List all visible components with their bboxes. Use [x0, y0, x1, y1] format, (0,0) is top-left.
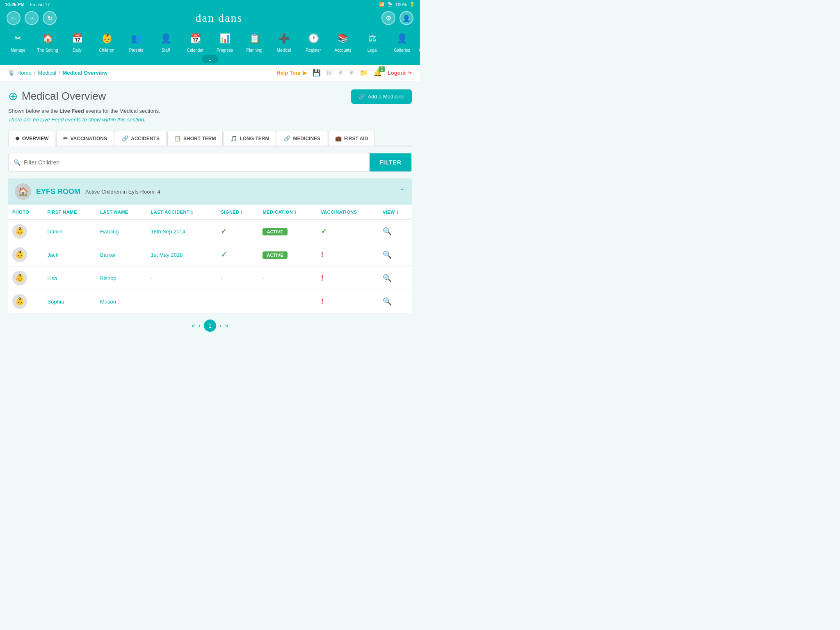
nav-icon-planning[interactable]: 📋 Planning — [243, 31, 265, 52]
nav-icon-label-progress: Progress — [217, 48, 233, 52]
cell-signed-3: - — [217, 267, 258, 290]
live-feed-description: Shown below are the Live Feed events for… — [8, 108, 412, 114]
icon-nav-bar: ⚙ System ✂ Manage 🏠 The Setting 📅 Daily … — [0, 27, 420, 55]
nav-icon-register[interactable]: 🕐 Register — [302, 31, 324, 52]
nav-icon-medical[interactable]: ➕ Medical — [273, 31, 295, 52]
nav-icon-calendar[interactable]: 📆 Calendar — [184, 31, 206, 52]
nav-icon-label-staff: Staff — [162, 48, 170, 52]
filter-input[interactable] — [24, 159, 365, 166]
tab-accidents[interactable]: 🔗 ACCIDENTS — [115, 131, 167, 146]
tab-overview[interactable]: ⊕ OVERVIEW — [8, 131, 55, 146]
nav-icon-symbol-the-setting: 🏠 — [40, 31, 55, 46]
cell-view-2[interactable]: 🔍 — [379, 243, 412, 267]
tab-short-term[interactable]: 📋 SHORT TERM — [167, 131, 223, 146]
nav-icon-children[interactable]: 👶 Children — [96, 31, 118, 52]
folder-icon[interactable]: 📁 — [360, 69, 368, 77]
cell-view-4[interactable]: 🔍 — [379, 290, 412, 313]
cell-vaccinations-3: ! — [317, 267, 379, 290]
nav-icon-the-setting[interactable]: 🏠 The Setting — [37, 31, 59, 52]
dropdown-arrow-button[interactable]: ⌄ — [202, 55, 218, 63]
cell-vaccinations-4: ! — [317, 290, 379, 313]
forward-button[interactable]: → — [25, 11, 39, 25]
room-collapse-button[interactable]: ⌃ — [399, 187, 405, 196]
settings-icon[interactable]: ✳ — [349, 69, 354, 77]
nav-icon-legal[interactable]: ⚖ Legal — [361, 31, 383, 52]
nav-icon-label-manage: Manage — [11, 48, 25, 52]
col-photo: PHOTO — [8, 205, 43, 220]
room-header: 🏠 EYFS ROOM Active Children in Eyfs Room… — [8, 178, 412, 205]
breadcrumb-home[interactable]: Home — [17, 70, 32, 76]
star-icon[interactable]: ✳ — [338, 69, 343, 77]
table-head: PHOTO FIRST NAME LAST NAME LAST ACCIDENT… — [8, 205, 412, 220]
nav-icon-galleries[interactable]: 👤 Galleries — [391, 31, 413, 52]
cell-view-3[interactable]: 🔍 — [379, 267, 412, 290]
settings-button[interactable]: ⚙ — [381, 11, 395, 25]
add-medicine-button[interactable]: 🔗 Add a Medicine — [351, 89, 412, 104]
col-medication: MEDICATION ℹ — [258, 205, 317, 220]
view-button-2[interactable]: 🔍 — [383, 251, 392, 259]
tab-icon-first-aid: 💼 — [335, 135, 342, 142]
add-medicine-icon: 🔗 — [358, 94, 365, 100]
child-photo-1: 👶 — [12, 224, 27, 239]
vaccinations-exclaim-2: ! — [321, 251, 323, 259]
nav-icon-parents[interactable]: 👥 Parents — [125, 31, 147, 52]
cell-lastname-4: Mason — [96, 290, 146, 313]
tab-first-aid[interactable]: 💼 FIRST AID — [328, 131, 375, 146]
nav-icon-label-the-setting: The Setting — [37, 48, 58, 52]
save-icon[interactable]: 💾 — [313, 69, 321, 77]
prev-page-button[interactable]: ‹ — [199, 322, 201, 329]
tab-long-term[interactable]: 🎵 LONG TERM — [224, 131, 276, 146]
cell-view-1[interactable]: 🔍 — [379, 220, 412, 243]
filter-bar: 🔍 FILTER — [8, 153, 412, 172]
nav-icon-staff[interactable]: 👤 Staff — [155, 31, 177, 52]
last-page-button[interactable]: » — [225, 322, 228, 329]
nav-icon-accounts[interactable]: 📚 Accounts — [332, 31, 354, 52]
breadcrumb-wifi-icon: 📡 — [8, 70, 15, 76]
tab-medicines[interactable]: 🔗 MEDICINES — [277, 131, 327, 146]
refresh-button[interactable]: ↻ — [43, 11, 57, 25]
vaccinations-exclaim-4: ! — [321, 297, 323, 306]
nav-icon-daily[interactable]: 📅 Daily — [66, 31, 88, 52]
user-button[interactable]: 👤 — [399, 11, 413, 25]
signed-check-2: ✓ — [221, 251, 227, 259]
wifi-icon: 📡 — [387, 2, 393, 7]
logout-button[interactable]: Logout ↪ — [388, 70, 412, 76]
tab-label-short-term: SHORT TERM — [183, 136, 216, 142]
child-photo-3: 👶 — [12, 271, 27, 285]
next-page-button[interactable]: › — [219, 322, 221, 329]
share-icon[interactable]: ⊞ — [326, 69, 332, 77]
nav-icon-label-register: Register — [306, 48, 321, 52]
breadcrumb-section[interactable]: Medical — [38, 70, 56, 76]
tab-icon-short-term: 📋 — [174, 135, 181, 142]
filter-button[interactable]: FILTER — [370, 153, 411, 171]
room-section: 🏠 EYFS ROOM Active Children in Eyfs Room… — [8, 178, 412, 313]
view-button-4[interactable]: 🔍 — [383, 297, 392, 306]
nav-icon-manage[interactable]: ✂ Manage — [7, 31, 29, 52]
cell-vaccinations-2: ! — [317, 243, 379, 267]
nav-icon-symbol-accounts: 📚 — [335, 31, 351, 46]
cell-medication-1: ACTIVE — [258, 220, 317, 243]
app-title-container: dan dans — [57, 11, 381, 25]
cell-lastname-2: Barker — [96, 243, 146, 267]
back-button[interactable]: ← — [7, 11, 21, 25]
table-row: 👶 Sophia Mason - - - ! 🔍 — [8, 290, 412, 313]
tab-label-accidents: ACCIDENTS — [131, 136, 160, 142]
accident-date-2: 1st May 2018 — [151, 252, 183, 258]
bell-icon[interactable]: 🔔 1 — [374, 69, 382, 77]
nav-icon-label-communicate: Communicate — [419, 48, 420, 52]
nav-icon-label-planning: Planning — [247, 48, 262, 52]
cell-lastname-1: Harding — [96, 220, 146, 243]
view-button-1[interactable]: 🔍 — [383, 227, 392, 235]
nav-icon-progress[interactable]: 📊 Progress — [214, 31, 236, 52]
help-tour-button[interactable]: Help Tour ▶ — [276, 70, 307, 76]
signed-dash-3: - — [221, 275, 222, 281]
medication-badge-1: ACTIVE — [262, 228, 287, 235]
tab-vaccinations[interactable]: ✏ VACCINATIONS — [56, 131, 114, 146]
page-1-button[interactable]: 1 — [204, 320, 216, 332]
room-header-left: 🏠 EYFS ROOM Active Children in Eyfs Room… — [15, 183, 160, 200]
view-button-3[interactable]: 🔍 — [383, 274, 392, 282]
pagination: « ‹ 1 › » — [8, 313, 412, 338]
first-page-button[interactable]: « — [192, 322, 195, 329]
tab-label-medicines: MEDICINES — [293, 136, 320, 142]
status-time: 10:25 PM — [5, 2, 25, 7]
